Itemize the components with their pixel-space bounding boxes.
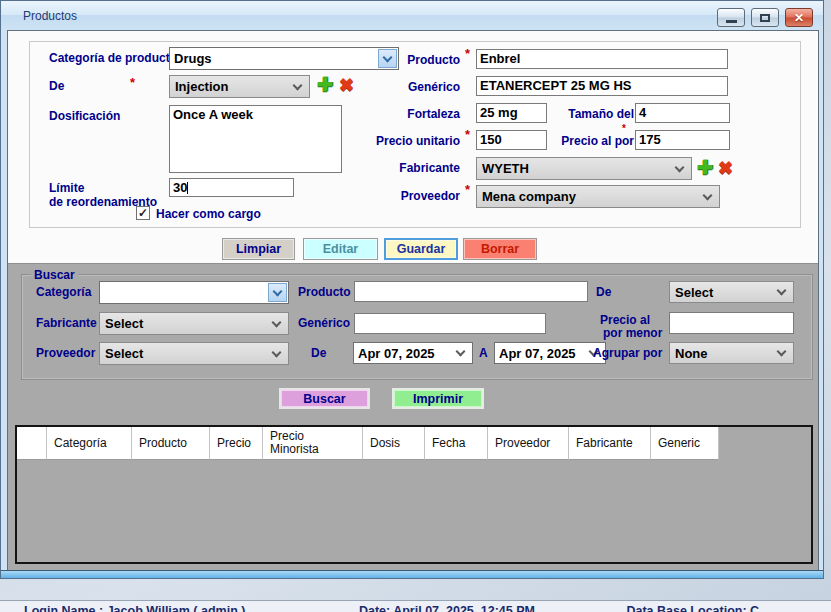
chevron-down-icon xyxy=(293,80,303,90)
search-proveedor-combobox[interactable]: Select xyxy=(99,342,289,365)
search-precio-menor-label-line1: Precio al xyxy=(600,313,650,327)
chevron-down-icon xyxy=(777,347,787,357)
precio-unitario-required-asterisk: * xyxy=(465,127,470,142)
generico-label: Genérico xyxy=(340,80,460,94)
borrar-button[interactable]: Borrar xyxy=(463,238,537,260)
chevron-down-icon xyxy=(456,347,466,357)
search-categoria-dropdown-button[interactable] xyxy=(268,283,287,302)
limpiar-button[interactable]: Limpiar xyxy=(222,238,295,260)
minimize-button[interactable] xyxy=(717,8,745,27)
desktop: Productos ✕ Categoría de producto Drugs … xyxy=(0,0,831,612)
search-proveedor-label: Proveedor xyxy=(36,346,95,360)
search-de-value: Select xyxy=(675,285,774,300)
search-fecha-de-label: De xyxy=(311,346,326,360)
productos-window: Productos ✕ Categoría de producto Drugs … xyxy=(0,0,824,579)
status-date: Date: April 07, 2025, 12:45 PM xyxy=(359,604,535,612)
search-fabricante-label: Fabricante xyxy=(36,316,97,330)
search-precio-menor-label-line2: por menor xyxy=(603,326,662,340)
maximize-icon xyxy=(760,14,770,22)
window-title: Productos xyxy=(23,9,77,23)
search-fecha-a-label: A xyxy=(479,346,488,360)
proveedor-label: Proveedor xyxy=(340,189,460,203)
fecha-a-value: Apr 07, 2025 xyxy=(499,346,586,361)
grid-column-generic[interactable]: Generic xyxy=(651,427,719,460)
status-login-name: Login Name : Jacob William ( admin ) xyxy=(24,604,245,612)
search-categoria-label: Categoría xyxy=(36,285,91,299)
delete-fabricante-icon[interactable]: ✖ xyxy=(718,159,733,177)
producto-label: Producto xyxy=(340,53,460,67)
dosificacion-textarea[interactable]: Once A week xyxy=(169,105,342,173)
categoria-producto-label: Categoría de producto xyxy=(49,51,177,65)
search-agrupar-label: Agrupar por xyxy=(593,346,662,360)
hacer-como-cargo-checkbox[interactable]: ✓ xyxy=(136,206,150,220)
imprimir-button[interactable]: Imprimir xyxy=(392,388,484,409)
search-precio-menor-input[interactable] xyxy=(669,312,794,334)
fabricante-combobox[interactable]: WYETH xyxy=(476,157,692,180)
guardar-button[interactable]: Guardar xyxy=(384,238,458,260)
grid-column-rowselector[interactable] xyxy=(17,427,47,460)
search-agrupar-combobox[interactable]: None xyxy=(669,342,794,364)
limite-reorden-input[interactable]: 30 xyxy=(169,178,294,197)
close-button[interactable]: ✕ xyxy=(785,8,813,27)
fecha-de-value: Apr 07, 2025 xyxy=(358,346,453,361)
limite-label-line1: Límite xyxy=(49,181,84,195)
chevron-down-icon xyxy=(273,286,283,296)
editar-button[interactable]: Editar xyxy=(303,238,378,260)
grid-column-precio-minorista[interactable]: Precio Minorista xyxy=(263,427,363,460)
hacer-como-cargo-label: Hacer como cargo xyxy=(156,207,261,221)
client-area: Categoría de producto Drugs De * Injecti… xyxy=(8,31,818,573)
proveedor-required-asterisk: * xyxy=(465,182,470,197)
maximize-button[interactable] xyxy=(751,8,779,27)
search-categoria-combobox[interactable] xyxy=(99,281,289,304)
search-generico-label: Genérico xyxy=(298,316,350,330)
producto-required-asterisk: * xyxy=(465,46,470,61)
grid-column-fabricante[interactable]: Fabricante xyxy=(569,427,651,460)
grid-column-dosis[interactable]: Dosis xyxy=(363,427,425,460)
producto-input[interactable]: Enbrel xyxy=(476,49,728,69)
grid-column-precio[interactable]: Precio xyxy=(210,427,263,460)
dosificacion-label: Dosificación xyxy=(49,109,120,123)
grid-column-producto[interactable]: Producto xyxy=(132,427,210,460)
statusbar: Login Name : Jacob William ( admin ) Dat… xyxy=(0,600,831,612)
de-required-asterisk: * xyxy=(130,75,135,90)
text-cursor xyxy=(187,182,188,194)
grid-column-categoria[interactable]: Categoría xyxy=(47,427,132,460)
titlebar[interactable]: Productos ✕ xyxy=(1,1,823,31)
search-generico-input[interactable] xyxy=(354,313,546,334)
fecha-de-datepicker[interactable]: Apr 07, 2025 xyxy=(353,342,473,364)
search-fabricante-value: Select xyxy=(105,316,269,331)
tamano-input[interactable]: 4 xyxy=(635,103,730,123)
search-de-combobox[interactable]: Select xyxy=(669,281,794,303)
search-agrupar-value: None xyxy=(675,346,774,361)
proveedor-value: Mena company xyxy=(482,189,700,204)
chevron-down-icon xyxy=(272,347,282,357)
grid-column-proveedor[interactable]: Proveedor xyxy=(488,427,569,460)
tamano-label: Tamaño del xyxy=(514,107,634,121)
proveedor-combobox[interactable]: Mena company xyxy=(476,185,720,208)
search-fabricante-combobox[interactable]: Select xyxy=(99,312,289,335)
generico-input[interactable]: ETANERCEPT 25 MG HS xyxy=(476,76,728,96)
results-grid[interactable]: Categoría Producto Precio Precio Minoris… xyxy=(15,425,813,564)
add-de-icon[interactable]: ✚ xyxy=(317,75,333,94)
search-producto-label: Producto xyxy=(298,285,351,299)
search-de-select-label: De xyxy=(596,285,611,299)
fabricante-value: WYETH xyxy=(482,161,672,176)
de-value: Injection xyxy=(175,79,290,94)
close-icon: ✕ xyxy=(794,12,804,24)
search-producto-input[interactable] xyxy=(354,281,588,302)
precio-unitario-label: Precio unitario xyxy=(340,134,460,148)
chevron-down-icon xyxy=(272,317,282,327)
chevron-down-icon xyxy=(777,286,787,296)
precio-al-por-label: Precio al por xyxy=(514,134,634,148)
buscar-group-title: Buscar xyxy=(31,268,78,282)
search-proveedor-value: Select xyxy=(105,346,269,361)
chevron-down-icon xyxy=(675,162,685,172)
add-fabricante-icon[interactable]: ✚ xyxy=(697,158,713,177)
buscar-button[interactable]: Buscar xyxy=(279,388,370,409)
minimize-icon xyxy=(726,20,737,23)
precio-al-por-input[interactable]: 175 xyxy=(635,130,730,150)
fortaleza-label: Fortaleza xyxy=(340,107,460,121)
fecha-a-datepicker[interactable]: Apr 07, 2025 xyxy=(494,342,606,364)
de-combobox[interactable]: Injection xyxy=(169,75,310,98)
grid-column-fecha[interactable]: Fecha xyxy=(425,427,488,460)
